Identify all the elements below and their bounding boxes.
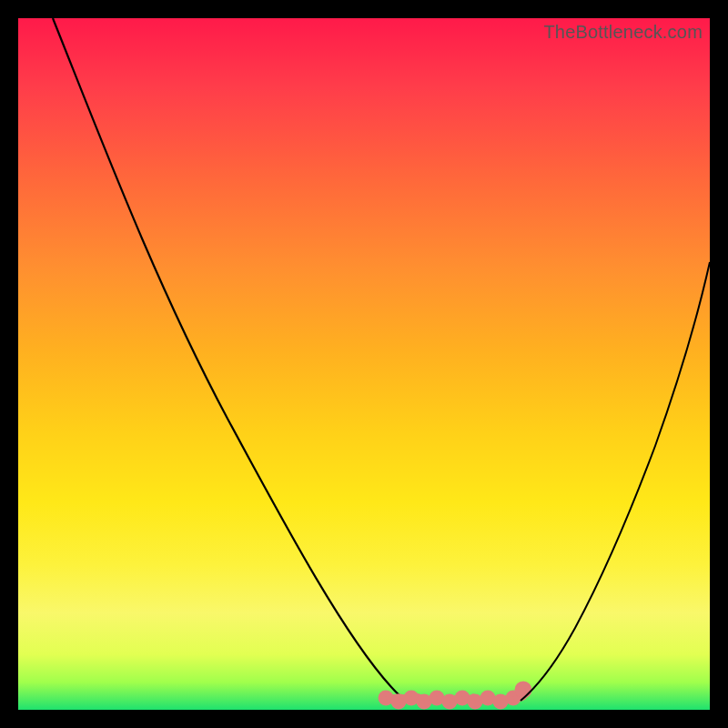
valley-band [381, 684, 529, 706]
svg-point-9 [496, 697, 505, 706]
svg-point-2 [407, 693, 416, 703]
svg-point-6 [458, 693, 467, 703]
svg-point-0 [381, 693, 390, 703]
svg-point-1 [394, 697, 403, 706]
plot-area: TheBottleneck.com [18, 18, 710, 710]
chart-container: TheBottleneck.com [0, 0, 728, 728]
svg-point-7 [470, 697, 480, 706]
svg-point-4 [432, 693, 441, 703]
curve-left-descent [53, 18, 411, 703]
svg-point-3 [420, 697, 429, 706]
svg-point-8 [483, 693, 492, 703]
svg-point-5 [445, 697, 454, 706]
curve-right-ascent [521, 262, 710, 701]
chart-svg [18, 18, 710, 710]
